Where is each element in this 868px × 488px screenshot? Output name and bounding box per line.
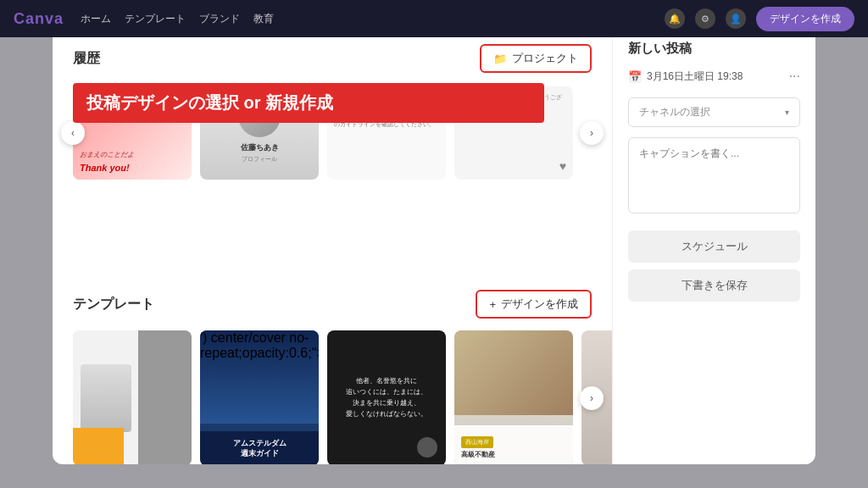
project-button-label: プロジェクト <box>512 51 578 66</box>
create-design-label: デザインを作成 <box>501 297 578 312</box>
templates-next-button[interactable]: › <box>580 386 604 410</box>
navbar-link-edu[interactable]: 教育 <box>253 12 274 26</box>
template-item-2[interactable]: ') center/cover no-repeat;opacity:0.6;">… <box>200 330 319 464</box>
schedule-button[interactable]: スケジュール <box>628 230 800 263</box>
settings-icon[interactable]: ⚙ <box>695 8 715 29</box>
carousel-next-button[interactable]: › <box>580 121 604 145</box>
template-item-1[interactable] <box>73 330 192 464</box>
navbar-link-brand[interactable]: ブランド <box>199 12 240 26</box>
history-title: 履歴 <box>73 50 100 68</box>
carousel-prev-button[interactable]: ‹ <box>61 121 85 145</box>
calendar-icon: 📅 <box>628 70 642 83</box>
plus-icon: + <box>489 298 496 311</box>
date-text: 3月16日土曜日 19:38 <box>647 69 743 84</box>
date-row: 📅 3月16日土曜日 19:38 ··· <box>628 69 800 84</box>
create-design-button[interactable]: + デザインを作成 <box>476 290 592 319</box>
templates-grid: ') center/cover no-repeat;opacity:0.6;">… <box>73 330 592 464</box>
templates-section-header: テンプレート + デザインを作成 <box>73 290 592 319</box>
navbar-logo: Canva <box>14 10 64 28</box>
caption-input[interactable] <box>628 137 800 214</box>
right-panel: 新しい投稿 📅 3月16日土曜日 19:38 ··· チャネルの選択 ▾ スケジ… <box>612 24 815 464</box>
notification-icon[interactable]: 🔔 <box>665 8 685 29</box>
navbar-link-home[interactable]: ホーム <box>81 12 111 26</box>
channel-select[interactable]: チャネルの選択 ▾ <box>628 97 800 127</box>
template-item-3[interactable]: 他者、名誉慾を共に追いつくには、たまには、決まを共に乗り越え、愛しくなければなら… <box>327 330 446 464</box>
chevron-down-icon: ▾ <box>785 108 789 117</box>
channel-select-label: チャネルの選択 <box>639 105 710 119</box>
folder-icon: 📁 <box>493 53 507 65</box>
right-panel-title: 新しい投稿 <box>628 41 800 57</box>
modal-overlay: 履歴 📁 プロジェクト ‹ Thank you! おまえのことだよ <box>0 0 868 488</box>
navbar-link-templates[interactable]: テンプレート <box>125 12 186 26</box>
history-section-header: 履歴 📁 プロジェクト <box>73 44 592 73</box>
template-item-4[interactable]: 西山海岸 高級不動産 <box>454 330 573 464</box>
draft-button[interactable]: 下書きを保存 <box>628 269 800 302</box>
navbar-links: ホーム テンプレート ブランド 教育 <box>81 12 648 26</box>
announcement-banner: 投稿デザインの選択 or 新規作成 <box>73 83 544 123</box>
action-buttons: スケジュール 下書きを保存 <box>628 230 800 302</box>
navbar: Canva ホーム テンプレート ブランド 教育 🔔 ⚙ 👤 デザインを作成 <box>0 0 868 37</box>
left-panel: 履歴 📁 プロジェクト ‹ Thank you! おまえのことだよ <box>53 24 612 464</box>
navbar-actions: 🔔 ⚙ 👤 デザインを作成 <box>665 7 854 31</box>
user-avatar[interactable]: 👤 <box>726 8 746 29</box>
templates-title: テンプレート <box>73 296 154 313</box>
date-info: 📅 3月16日土曜日 19:38 <box>628 69 743 84</box>
modal-dialog: 履歴 📁 プロジェクト ‹ Thank you! おまえのことだよ <box>53 24 815 464</box>
create-design-navbar-button[interactable]: デザインを作成 <box>756 7 854 31</box>
more-options-icon[interactable]: ··· <box>789 69 800 84</box>
project-button[interactable]: 📁 プロジェクト <box>480 44 592 73</box>
